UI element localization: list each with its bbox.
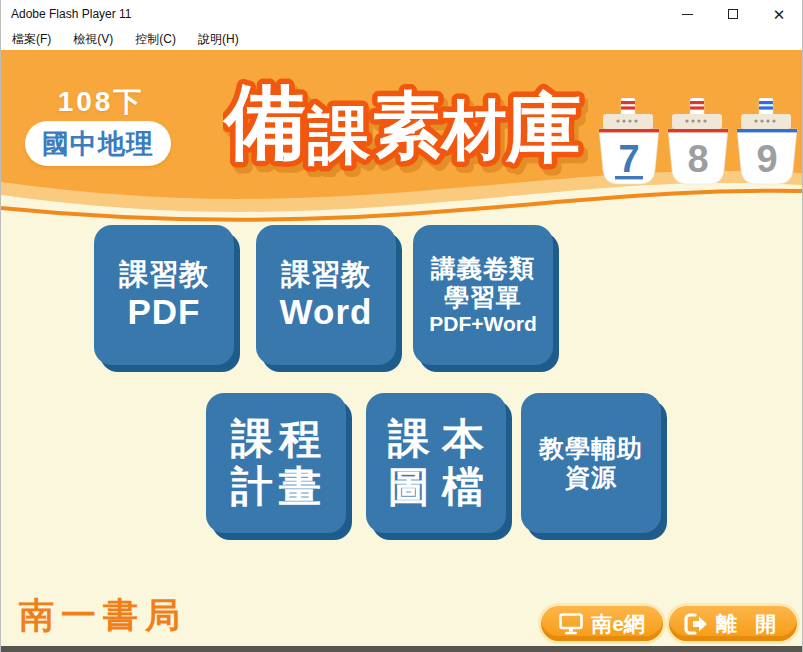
minimize-icon xyxy=(682,14,693,15)
exit-icon xyxy=(684,613,708,635)
button-textbook-pdf[interactable]: 課習教 PDF xyxy=(94,225,234,365)
menu-file[interactable]: 檔案(F) xyxy=(9,29,54,50)
boat-volume-8[interactable]: 8 xyxy=(667,98,729,188)
close-icon: ✕ xyxy=(773,7,786,22)
window-controls: ✕ xyxy=(664,0,802,28)
menu-control[interactable]: 控制(C) xyxy=(132,29,179,50)
button-label: 講義卷類 xyxy=(431,254,535,283)
flash-stage: 108下 國中地理 備 課 素 材 庫 備 課 素 材 庫 xyxy=(1,50,802,652)
button-label: 課習教 xyxy=(281,258,371,291)
button-textbook-images[interactable]: 課本 圖檔 xyxy=(366,393,506,533)
publisher-logo: 南一書局 xyxy=(19,592,187,639)
maximize-button[interactable] xyxy=(710,0,756,28)
maximize-icon xyxy=(728,9,738,19)
close-button[interactable]: ✕ xyxy=(756,0,802,28)
window-bottom-edge xyxy=(1,646,802,652)
minimize-button[interactable] xyxy=(664,0,710,28)
boat-volume-7[interactable]: 7 xyxy=(598,98,660,188)
button-handouts-worksheets[interactable]: 講義卷類 學習單 PDF+Word xyxy=(413,225,553,365)
boat-volume-9[interactable]: 9 xyxy=(736,98,798,188)
button-label: 課程 xyxy=(231,415,327,463)
nan-e-web-label: 南e網 xyxy=(591,610,645,638)
menu-help[interactable]: 說明(H) xyxy=(195,29,242,50)
svg-text:備 課 素: 備 課 素 材 庫 xyxy=(223,76,581,170)
volume-boats: 7 8 xyxy=(598,98,798,188)
button-textbook-word[interactable]: 課習教 Word xyxy=(256,225,396,365)
menu-view[interactable]: 檢視(V) xyxy=(70,29,116,50)
button-label: PDF+Word xyxy=(429,312,537,336)
nan-e-web-button[interactable]: 南e網 xyxy=(541,606,663,641)
subject-badge: 國中地理 xyxy=(25,121,171,166)
exit-label: 離 開 xyxy=(716,610,782,638)
svg-text:7: 7 xyxy=(618,138,639,180)
flash-player-window: Adobe Flash Player 11 ✕ 檔案(F) 檢視(V) 控制(C… xyxy=(0,0,803,652)
button-label: Word xyxy=(280,292,373,332)
button-label: PDF xyxy=(128,292,201,332)
button-label: 教學輔助 xyxy=(539,434,643,463)
menu-bar: 檔案(F) 檢視(V) 控制(C) 說明(H) xyxy=(1,28,802,50)
monitor-icon xyxy=(559,613,583,635)
button-curriculum-plan[interactable]: 課程 計畫 xyxy=(206,393,346,533)
button-teaching-resources[interactable]: 教學輔助 資源 xyxy=(521,393,661,533)
button-label: 圖檔 xyxy=(388,463,496,511)
window-titlebar: Adobe Flash Player 11 ✕ xyxy=(1,0,802,28)
svg-text:9: 9 xyxy=(756,138,777,180)
edition-label: 108下 xyxy=(31,83,171,121)
button-label: 學習單 xyxy=(444,283,522,312)
svg-text:8: 8 xyxy=(687,138,708,180)
button-label: 計畫 xyxy=(231,463,327,511)
app-logo-title: 備 課 素 材 庫 備 課 素 材 庫 xyxy=(223,62,588,177)
button-label: 課本 xyxy=(388,415,496,463)
button-label: 課習教 xyxy=(119,258,209,291)
exit-button[interactable]: 離 開 xyxy=(669,606,797,641)
window-title: Adobe Flash Player 11 xyxy=(1,7,132,21)
button-label: 資源 xyxy=(565,463,617,492)
